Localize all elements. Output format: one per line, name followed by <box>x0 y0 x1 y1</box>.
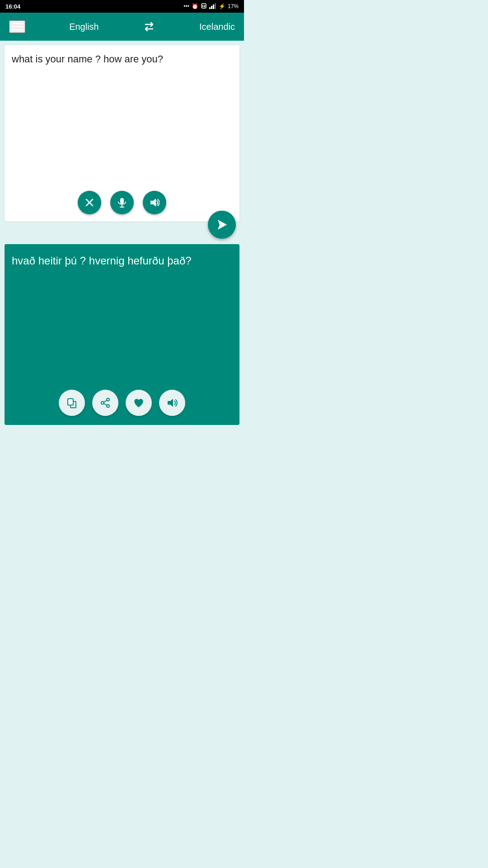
top-navigation: English Icelandic <box>0 13 244 41</box>
translated-text: hvað heitir þú ? hvernig hefurðu það? <box>12 253 232 381</box>
svg-rect-1 <box>202 5 203 7</box>
input-panel: what is your name ? how are you? <box>5 45 239 222</box>
translation-wrapper: hvað heitir þú ? hvernig hefurðu það? <box>0 244 244 429</box>
svg-rect-3 <box>209 7 211 9</box>
svg-point-17 <box>101 401 104 404</box>
translation-action-bar <box>12 390 232 416</box>
status-icons: ••• ⏰ ⚡ 17% <box>183 3 239 10</box>
speaker-button-target[interactable] <box>159 390 185 416</box>
menu-line-1 <box>12 23 23 24</box>
svg-rect-0 <box>202 4 206 8</box>
status-bar: 16:04 ••• ⏰ ⚡ 17% <box>0 0 244 13</box>
favorite-button[interactable] <box>126 390 152 416</box>
content-area: what is your name ? how are you? <box>0 41 244 434</box>
svg-point-16 <box>107 398 109 401</box>
speaker-button-source[interactable] <box>143 191 166 214</box>
svg-rect-4 <box>211 6 212 9</box>
menu-button[interactable] <box>9 20 25 33</box>
svg-marker-13 <box>218 220 227 230</box>
clear-button[interactable] <box>78 191 101 214</box>
menu-line-2 <box>12 26 23 27</box>
svg-rect-6 <box>215 3 216 9</box>
svg-line-19 <box>104 401 107 402</box>
svg-rect-9 <box>120 198 124 204</box>
source-language[interactable]: English <box>69 22 99 32</box>
input-action-bar <box>12 191 232 214</box>
alarm-icon: ⏰ <box>192 3 198 9</box>
svg-rect-15 <box>68 399 73 405</box>
svg-line-20 <box>104 404 107 406</box>
svg-marker-21 <box>168 399 173 407</box>
menu-line-3 <box>12 29 23 30</box>
dots-icon: ••• <box>183 3 189 9</box>
svg-rect-5 <box>213 5 214 9</box>
target-language[interactable]: Icelandic <box>199 22 235 32</box>
svg-point-18 <box>107 405 109 407</box>
signal-icon <box>209 3 216 10</box>
svg-marker-12 <box>150 198 156 207</box>
share-button[interactable] <box>92 390 118 416</box>
translation-panel: hvað heitir þú ? hvernig hefurðu það? <box>5 244 239 425</box>
svg-rect-2 <box>204 5 205 7</box>
copy-button[interactable] <box>59 390 85 416</box>
swap-languages-button[interactable] <box>143 20 155 33</box>
microphone-button[interactable] <box>110 191 134 214</box>
sim-icon <box>201 3 207 10</box>
charging-icon: ⚡ <box>219 3 225 9</box>
send-translate-button[interactable] <box>208 211 236 239</box>
input-wrapper: what is your name ? how are you? <box>0 41 244 226</box>
time-display: 16:04 <box>5 3 20 10</box>
battery-level: 17% <box>228 3 239 9</box>
source-text-input[interactable]: what is your name ? how are you? <box>12 52 232 185</box>
